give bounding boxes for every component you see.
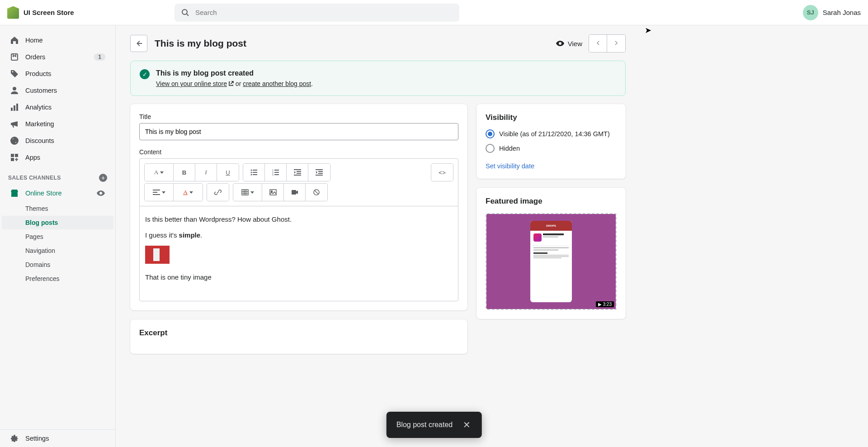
create-another-link[interactable]: create another blog post <box>243 80 311 87</box>
svg-rect-29 <box>318 171 323 172</box>
set-visibility-date-link[interactable]: Set visibility date <box>486 162 534 170</box>
color-dropdown[interactable]: A <box>174 184 203 201</box>
section-label: SALES CHANNELS <box>8 175 61 181</box>
visibility-hidden-option[interactable]: Hidden <box>486 144 617 153</box>
nav-label: Customers <box>25 87 57 94</box>
svg-point-12 <box>250 170 252 171</box>
chevron-down-icon <box>250 191 254 194</box>
eye-icon[interactable] <box>96 189 105 198</box>
search-input[interactable] <box>195 9 453 16</box>
italic-button[interactable]: I <box>195 164 217 181</box>
toast-message: Blog post created <box>396 421 453 429</box>
nav-products[interactable]: Products <box>2 66 113 82</box>
next-button[interactable] <box>607 35 625 52</box>
svg-rect-24 <box>294 169 301 170</box>
svg-rect-27 <box>294 175 301 176</box>
nav-label: Apps <box>25 154 40 161</box>
subnav-preferences[interactable]: Preferences <box>2 272 113 285</box>
svg-rect-32 <box>153 190 160 190</box>
nav-marketing[interactable]: Marketing <box>2 116 113 132</box>
svg-rect-25 <box>297 171 301 172</box>
svg-rect-34 <box>153 194 160 195</box>
subnav-pages[interactable]: Pages <box>2 230 113 243</box>
svg-rect-8 <box>11 154 14 157</box>
orders-icon <box>10 52 19 62</box>
featured-image-preview: DROPS ▶ 3:23 <box>486 214 616 309</box>
radio-unchecked-icon <box>486 144 495 153</box>
nav-apps[interactable]: Apps <box>2 149 113 166</box>
nav-settings[interactable]: Settings <box>2 430 113 447</box>
table-dropdown[interactable] <box>233 184 262 201</box>
chevron-down-icon <box>160 171 164 174</box>
subnav-blog-posts[interactable]: Blog posts <box>2 216 113 229</box>
editor-content-area[interactable]: Is this better than Wordpress? How about… <box>140 206 458 301</box>
bullet-list-button[interactable] <box>243 164 265 181</box>
toast-close-button[interactable]: ✕ <box>462 420 472 430</box>
back-button[interactable] <box>130 35 147 52</box>
svg-rect-6 <box>16 104 18 111</box>
featured-image-card: Featured image DROPS ▶ 3:23 <box>476 188 626 319</box>
user-menu[interactable]: SJ Sarah Jonas <box>803 5 861 20</box>
html-button[interactable]: <> <box>431 164 453 181</box>
view-button[interactable]: View <box>556 39 582 48</box>
nav-label: Settings <box>25 435 49 442</box>
video-button[interactable] <box>284 184 306 201</box>
svg-rect-28 <box>316 169 323 170</box>
nav-orders[interactable]: Orders 1 <box>2 49 113 65</box>
align-dropdown[interactable] <box>145 184 174 201</box>
user-name: Sarah Jonas <box>823 9 861 16</box>
svg-rect-40 <box>270 190 276 195</box>
nav-online-store[interactable]: Online Store <box>2 185 113 201</box>
svg-point-0 <box>182 10 187 14</box>
featured-image-dropzone[interactable]: DROPS ▶ 3:23 <box>486 213 617 310</box>
nav-label: Products <box>25 70 51 77</box>
featured-image-heading: Featured image <box>486 197 617 206</box>
image-button[interactable] <box>262 184 284 201</box>
content-label: Content <box>139 148 458 156</box>
excerpt-heading: Excerpt <box>139 328 458 338</box>
nav-label: Discounts <box>25 137 54 144</box>
svg-rect-2 <box>11 54 18 60</box>
inline-image[interactable] <box>145 246 170 264</box>
visibility-visible-option[interactable]: Visible (as of 21/12/2020, 14:36 GMT) <box>486 129 617 138</box>
format-dropdown[interactable]: A <box>145 164 174 181</box>
banner-body: View on your online store or create anot… <box>156 80 313 87</box>
banner-title: This is my blog post created <box>156 69 313 77</box>
external-link-icon <box>228 81 234 86</box>
svg-rect-11 <box>11 193 18 197</box>
subnav-domains[interactable]: Domains <box>2 258 113 271</box>
title-input[interactable] <box>139 123 458 140</box>
view-online-store-link[interactable]: View on your online store <box>156 80 234 87</box>
underline-button[interactable]: U <box>217 164 239 181</box>
content-paragraph: That is one tiny image <box>145 272 453 283</box>
nav-label: Home <box>25 37 43 44</box>
svg-rect-26 <box>297 173 301 174</box>
subnav-navigation[interactable]: Navigation <box>2 244 113 257</box>
discount-icon <box>10 136 19 145</box>
subnav-themes[interactable]: Themes <box>2 202 113 215</box>
brand[interactable]: UI Screen Store <box>7 6 175 19</box>
indent-button[interactable] <box>308 164 330 181</box>
bold-button[interactable]: B <box>174 164 195 181</box>
svg-rect-30 <box>318 173 323 174</box>
svg-rect-42 <box>292 190 296 195</box>
svg-line-44 <box>315 190 318 194</box>
video-duration-badge: ▶ 3:23 <box>596 301 614 307</box>
visibility-card: Visibility Visible (as of 21/12/2020, 14… <box>476 104 626 179</box>
nav-customers[interactable]: Customers <box>2 82 113 99</box>
chevron-down-icon <box>162 191 165 194</box>
nav-analytics[interactable]: Analytics <box>2 99 113 115</box>
link-button[interactable] <box>207 184 229 201</box>
add-channel-button[interactable]: + <box>99 174 107 182</box>
svg-rect-17 <box>253 174 257 175</box>
outdent-button[interactable] <box>287 164 308 181</box>
svg-line-1 <box>187 14 189 16</box>
numbered-list-button[interactable]: 123 <box>265 164 287 181</box>
svg-rect-23 <box>274 174 279 175</box>
prev-button[interactable] <box>589 35 607 52</box>
clear-format-button[interactable] <box>306 184 327 201</box>
nav-discounts[interactable]: Discounts <box>2 133 113 149</box>
nav-home[interactable]: Home <box>2 32 113 48</box>
search-bar[interactable] <box>175 4 459 22</box>
svg-point-16 <box>250 174 252 176</box>
